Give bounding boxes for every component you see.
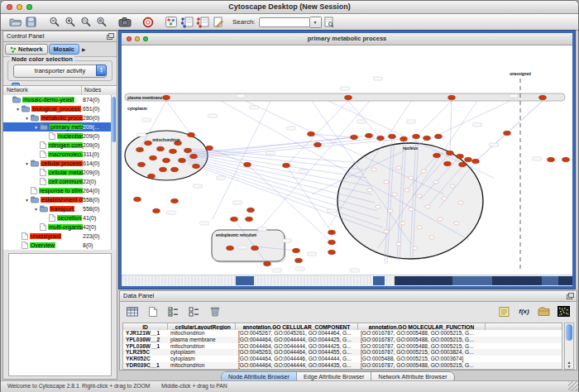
tree-row-response-to-stimul[interactable]: response to stimul264(0) [3,186,111,195]
tree-row-metabolic-process[interactable]: ▼metabolic process280(0) [3,113,111,122]
network-node[interactable] [134,197,141,201]
column-header-cellularlayoutregion[interactable]: _cellularLayoutRegion [168,323,236,330]
zoom-selected-button[interactable] [78,15,93,29]
network-node[interactable] [157,146,165,151]
network-maximize-button[interactable] [143,36,148,41]
matrix-view-button[interactable] [556,304,572,318]
network-node[interactable] [423,136,431,140]
tree-row-unassigned[interactable]: unassigned223(0) [3,232,111,241]
open-button[interactable] [7,15,23,29]
network-node-small[interactable] [433,180,438,184]
network-node[interactable] [413,134,420,138]
network-node-small[interactable] [396,166,401,170]
network-node-small[interactable] [392,193,397,196]
network-node-small[interactable] [404,189,409,192]
tree-row-cell-communicat[interactable]: cell communicat22(0) [3,177,111,186]
network-node-small[interactable] [409,208,414,211]
network-column-header[interactable]: Network [3,87,28,93]
network-node[interactable] [163,158,170,162]
tree-scrollbar[interactable] [111,95,117,250]
disclosure-triangle-icon[interactable]: ▼ [23,198,31,203]
network-node[interactable] [328,230,336,234]
column-header-annotation-go-molecular-function[interactable]: annotation.GO MOLECULAR_FUNCTION [358,323,486,330]
network-node-small[interactable] [413,246,418,250]
network-node-small[interactable] [384,230,389,233]
network-canvas[interactable]: plasma membrane cytoplasm mitochondrion … [122,45,572,286]
network-node[interactable] [345,95,352,99]
network-node[interactable] [184,148,192,152]
network-node-small[interactable] [417,194,422,198]
network-node-small[interactable] [425,205,430,208]
zoom-fit-button[interactable] [93,15,109,29]
network-node[interactable] [562,157,570,161]
resize-grip[interactable] [568,381,578,391]
network-node[interactable] [171,167,179,171]
column-header-annotation-go-cellular-component[interactable]: annotation.GO CELLULAR_COMPONENT [236,323,358,330]
tree-row-multi-organism-pro[interactable]: multi-organism pro42(0) [3,222,111,232]
network-node[interactable] [153,208,160,213]
zoom-in-button[interactable] [62,15,78,29]
network-node[interactable] [377,136,385,140]
network-node[interactable] [351,135,358,139]
unselect-all-attributes-button[interactable] [186,304,202,318]
search-dropdown-arrow[interactable]: ▼ [310,17,322,28]
disclosure-triangle-icon[interactable]: ▼ [32,207,40,212]
float-panel-icon[interactable] [567,293,574,299]
network-node[interactable] [366,133,373,137]
network-node-small[interactable] [384,180,389,184]
network-node[interactable] [400,136,408,141]
table-row[interactable]: YLR295Ccytoplasm[GO:0045263, GO:0044464,… [123,349,562,356]
network-node[interactable] [548,157,555,161]
network-node[interactable] [231,217,238,221]
table-scrollbar[interactable]: ▲▼ [564,323,574,370]
network-minimize-button[interactable] [135,36,140,41]
network-node[interactable] [504,131,511,135]
network-close-button[interactable] [127,36,132,41]
network-node[interactable] [136,147,144,151]
network-node[interactable] [170,149,177,153]
node-color-dropdown[interactable]: transporter activity ▲▼ [13,65,107,78]
delete-attribute-button[interactable] [207,304,223,318]
disclosure-triangle-icon[interactable]: ▼ [32,125,40,130]
search-config-button[interactable] [322,15,337,29]
network-node-small[interactable] [458,201,463,204]
network-node[interactable] [435,134,443,138]
disclosure-triangle-icon[interactable]: ▼ [14,107,22,112]
network-node[interactable] [328,250,336,254]
disclosure-triangle-icon[interactable]: ▼ [23,161,31,166]
network-node-small[interactable] [367,189,372,192]
network-node-small[interactable] [429,236,434,239]
tree-row-primary-metabo[interactable]: ▼primary metabo209(... [3,122,111,131]
network-node[interactable] [389,134,396,138]
tree-scrollbar-thumb[interactable] [112,97,116,142]
create-attribute-button[interactable] [145,304,160,318]
select-all-attributes-button[interactable] [165,304,181,318]
network-node-small[interactable] [409,176,414,179]
network-node[interactable] [179,158,186,162]
network-node-small[interactable] [421,170,426,173]
tab-network[interactable]: Network [5,44,48,55]
network-node[interactable] [448,95,456,99]
tree-row-biological-process[interactable]: ▼biological_process651(0) [3,104,111,113]
network-node[interactable] [472,159,480,163]
import-attribute-file-button[interactable] [536,304,552,318]
network-node[interactable] [444,161,452,165]
tree-row-cellular-metabo[interactable]: cellular metabo209(0) [3,168,111,177]
help-button[interactable] [140,15,156,29]
network-node-small[interactable] [450,184,455,188]
network-node[interactable] [190,154,198,158]
network-node[interactable] [150,155,157,160]
tab-mosaic[interactable]: Mosaic [49,44,79,55]
network-node[interactable] [171,198,179,203]
formula-builder-button[interactable]: f(x) [516,304,532,318]
tree-row-overview[interactable]: Overview8(0) [3,241,111,250]
tree-row-establishment-of-lo[interactable]: ▼establishment of lo558(0) [3,195,111,204]
network-node[interactable] [308,131,315,136]
network-node[interactable] [138,162,146,166]
network-node-small[interactable] [442,197,447,200]
network-node[interactable] [465,157,472,161]
network-node[interactable] [188,132,195,136]
float-panel-icon[interactable] [107,33,114,40]
network-node[interactable] [459,162,467,166]
network-node[interactable] [193,164,200,168]
